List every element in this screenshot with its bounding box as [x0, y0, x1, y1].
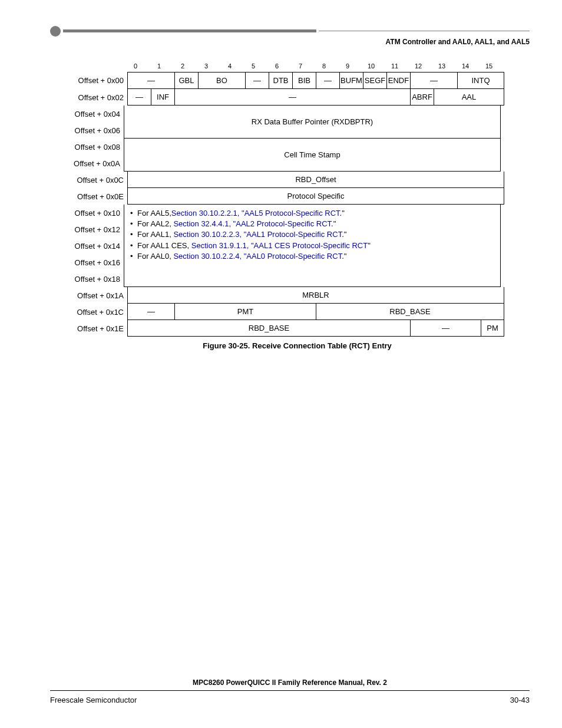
field-cell: — — [127, 304, 174, 320]
bit-column-label: 8 — [312, 62, 336, 72]
bit-column-label: 10 — [359, 62, 383, 72]
offset-label: Offset + 0x10 — [65, 205, 124, 221]
field-cell: ENDF — [386, 73, 410, 89]
bit-column-label: 13 — [430, 62, 454, 72]
field-cell: RBD_BASE — [127, 320, 410, 337]
bit-column-label: 4 — [218, 62, 242, 72]
offset-label: Offset + 0x1E — [65, 320, 127, 337]
field-protocol-specific: Protocol Specific — [127, 188, 504, 205]
bit-column-label: 9 — [336, 62, 359, 72]
offset-label: Offset + 0x00 — [65, 72, 127, 88]
bit-column-label: 12 — [406, 62, 430, 72]
protocol-spec-item: For AAL1 CES, Section 31.9.1.1, "AAL1 CE… — [129, 241, 495, 251]
rct-diagram: 0123456789101112131415 Offset + 0x00 —GB… — [65, 62, 530, 350]
offset-label: Offset + 0x0E — [65, 188, 127, 205]
bit-column-label: 5 — [242, 62, 265, 72]
field-cell: BIB — [292, 73, 316, 89]
bit-column-label: 2 — [171, 62, 194, 72]
field-cell: — — [127, 73, 174, 89]
field-cell: — — [410, 320, 481, 337]
field-cell: RBD_BASE — [316, 304, 504, 320]
bit-column-label: 3 — [194, 62, 218, 72]
bit-column-label: 14 — [454, 62, 477, 72]
field-cell: SEGF — [363, 73, 386, 89]
bit-column-label: 0 — [124, 62, 147, 72]
footer-page-number: 30-43 — [510, 696, 530, 704]
bit-column-label: 15 — [477, 62, 501, 72]
bit-column-label: 11 — [383, 62, 406, 72]
bit-column-label: 1 — [147, 62, 171, 72]
field-mrblr: MRBLR — [127, 287, 504, 304]
cross-reference-link[interactable]: Section 30.10.2.2.1, "AAL5 Protocol-Spec… — [171, 209, 340, 218]
field-cell: BO — [198, 73, 245, 89]
bit-column-label: 7 — [289, 62, 312, 72]
protocol-spec-item: For AAL0, Section 30.10.2.2.4, "AAL0 Pro… — [129, 251, 495, 262]
protocol-specific-list: For AAL5,Section 30.10.2.2.1, "AAL5 Prot… — [124, 205, 500, 265]
field-cell-time-stamp: Cell Time Stamp — [124, 139, 501, 172]
header-rule — [50, 29, 530, 33]
bit-column-label: 6 — [265, 62, 289, 72]
offset-label: Offset + 0x08 — [65, 139, 124, 155]
offset-label: Offset + 0x06 — [65, 122, 124, 139]
cross-reference-link[interactable]: Section 30.10.2.2.4, "AAL0 Protocol-Spec… — [173, 252, 342, 261]
field-cell: AAL — [434, 89, 504, 106]
offset-label: Offset + 0x1C — [65, 304, 127, 320]
field-cell: GBL — [174, 73, 198, 89]
field-cell: INF — [151, 89, 174, 106]
field-cell: PMT — [174, 304, 316, 320]
offset-label: Offset + 0x12 — [65, 221, 124, 238]
field-cell: — — [316, 73, 339, 89]
footer-company: Freescale Semiconductor — [50, 696, 137, 704]
offset-label: Offset + 0x0A — [65, 155, 124, 172]
footer-manual-title: MPC8260 PowerQUICC II Family Reference M… — [50, 678, 530, 687]
cross-reference-link[interactable]: Section 32.4.4.1, "AAL2 Protocol-Specifi… — [173, 219, 331, 228]
field-cell: — — [174, 89, 410, 106]
page-header: ATM Controller and AAL0, AAL1, and AAL5 — [50, 38, 530, 46]
field-rxdbptr: RX Data Buffer Pointer (RXDBPTR) — [124, 106, 501, 139]
cross-reference-link[interactable]: Section 30.10.2.2.3, "AAL1 Protocol-Spec… — [173, 230, 342, 239]
field-cell: DTB — [269, 73, 292, 89]
field-cell: — — [410, 73, 457, 89]
offset-label: Offset + 0x16 — [65, 254, 124, 271]
offset-label: Offset + 0x18 — [65, 271, 124, 287]
offset-label: Offset + 0x04 — [65, 106, 124, 122]
offset-label: Offset + 0x14 — [65, 238, 124, 254]
protocol-spec-item: For AAL2, Section 32.4.4.1, "AAL2 Protoc… — [129, 219, 495, 229]
offset-label: Offset + 0x1A — [65, 287, 127, 304]
protocol-spec-item: For AAL5,Section 30.10.2.2.1, "AAL5 Prot… — [129, 208, 495, 219]
field-cell: BUFM — [339, 73, 363, 89]
field-cell: INTQ — [457, 73, 504, 89]
offset-label: Offset + 0x0C — [65, 172, 127, 188]
field-cell: ABRF — [410, 89, 434, 106]
field-cell: — — [127, 89, 151, 106]
field-rbd-offset: RBD_Offset — [127, 172, 504, 188]
cross-reference-link[interactable]: Section 31.9.1.1, "AAL1 CES Protocol-Spe… — [191, 241, 368, 250]
field-cell: — — [245, 73, 269, 89]
protocol-spec-item: For AAL1, Section 30.10.2.2.3, "AAL1 Pro… — [129, 229, 495, 240]
figure-caption: Figure 30-25. Receive Connection Table (… — [65, 341, 530, 350]
field-cell: PM — [481, 320, 504, 337]
offset-label: Offset + 0x02 — [65, 89, 127, 106]
